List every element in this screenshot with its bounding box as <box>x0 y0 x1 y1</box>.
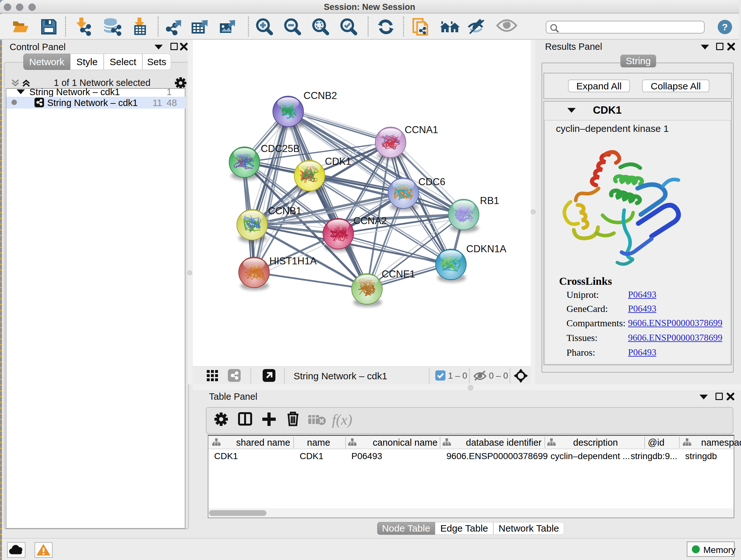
svg-text:HIST1H1A: HIST1H1A <box>269 255 317 266</box>
svg-text:CCNB1: CCNB1 <box>268 205 301 216</box>
svg-text:CCNE1: CCNE1 <box>382 268 415 280</box>
svg-text:CDC25B: CDC25B <box>261 143 300 154</box>
svg-text:CCNA1: CCNA1 <box>405 124 438 135</box>
svg-text:CDKN1A: CDKN1A <box>466 243 507 254</box>
svg-text:RB1: RB1 <box>480 195 499 206</box>
svg-text:CDC6: CDC6 <box>418 176 445 187</box>
svg-text:CDK1: CDK1 <box>325 156 351 167</box>
svg-text:CCNA2: CCNA2 <box>353 215 387 226</box>
svg-text:CCNB2: CCNB2 <box>304 90 337 101</box>
